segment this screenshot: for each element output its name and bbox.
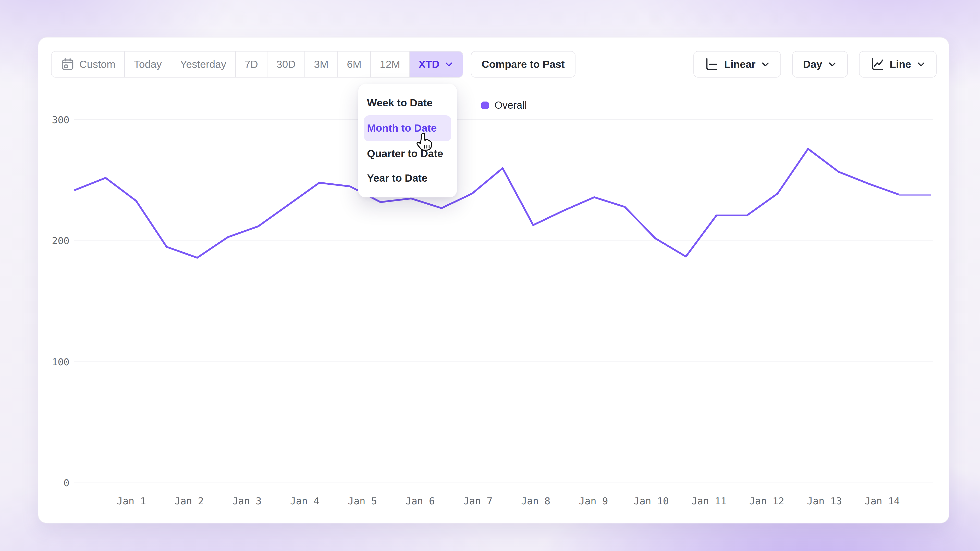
x-axis-tick-label: Jan 9 [579,495,608,507]
pointer-cursor [415,133,433,152]
x-axis-tick-label: Jan 12 [749,495,784,507]
x-axis-tick-label: Jan 4 [290,495,319,507]
menu-item-quarter-to-date[interactable]: Quarter to Date [364,141,451,166]
x-axis-tick-label: Jan 13 [807,495,842,507]
y-axis-tick-label: 0 [64,477,69,489]
x-axis-tick-label: Jan 6 [406,495,434,507]
y-axis-tick-label: 100 [52,356,69,368]
x-axis-tick-label: Jan 11 [691,495,726,507]
x-axis-tick-label: Jan 10 [634,495,669,507]
x-axis-tick-label: Jan 8 [521,495,550,507]
y-axis-tick-label: 200 [52,235,69,246]
x-axis-tick-label: Jan 2 [175,495,204,507]
period-dropdown-menu: Week to DateMonth to DateQuarter to Date… [358,84,457,197]
y-axis-tick-label: 300 [52,114,69,125]
analytics-card: CustomTodayYesterday7D30D3M6M12MXTD Comp… [38,37,950,524]
menu-item-year-to-date[interactable]: Year to Date [364,166,451,191]
line-chart: 3002001000Jan 1Jan 2Jan 3Jan 4Jan 5Jan 6… [38,38,950,524]
x-axis-tick-label: Jan 1 [117,495,146,507]
x-axis-tick-label: Jan 7 [463,495,493,507]
x-axis-tick-label: Jan 14 [865,495,900,507]
x-axis-tick-label: Jan 3 [232,495,261,507]
x-axis-tick-label: Jan 5 [348,495,377,507]
series-line-overall [75,149,900,258]
menu-item-month-to-date[interactable]: Month to Date [364,115,451,141]
menu-item-week-to-date[interactable]: Week to Date [364,91,451,115]
